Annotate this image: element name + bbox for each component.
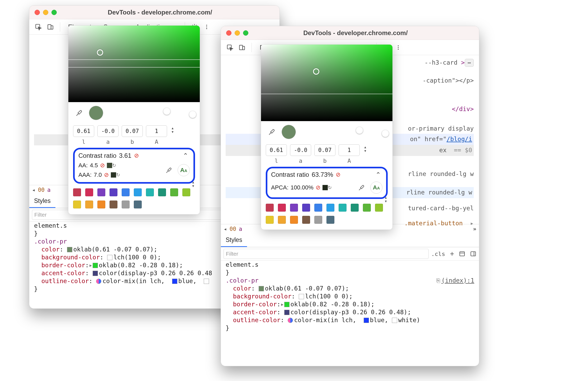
alpha-input[interactable]: 1 <box>339 144 360 156</box>
code-text: on" href=" <box>410 136 447 142</box>
a-input[interactable]: -0.0 <box>97 125 118 137</box>
a-input[interactable]: -0.0 <box>290 144 311 156</box>
palette-swatch[interactable] <box>314 204 322 212</box>
device-toggle-icon[interactable] <box>237 42 247 53</box>
palette-swatch[interactable] <box>110 201 117 208</box>
inspect-icon[interactable] <box>225 42 235 53</box>
format-stepper[interactable]: ▲▼ <box>363 144 368 154</box>
more-tabs-icon[interactable]: » <box>473 226 476 232</box>
palette-swatch[interactable] <box>375 204 383 212</box>
palette-swatch[interactable] <box>363 204 371 212</box>
b-input[interactable]: 0.07 <box>122 125 143 137</box>
palette-swatch[interactable] <box>302 216 310 224</box>
svg-rect-15 <box>471 252 476 256</box>
svg-point-4 <box>206 25 207 26</box>
breadcrumb-item[interactable]: 00 <box>38 187 45 193</box>
palette-swatch[interactable] <box>146 188 154 196</box>
palette-swatch[interactable] <box>314 216 322 224</box>
maximize-window[interactable] <box>243 30 248 36</box>
kebab-menu-icon[interactable] <box>393 42 404 53</box>
css-declaration[interactable]: outline-color: color-mix(in lch, blue, w… <box>221 316 479 324</box>
tab-styles[interactable]: Styles <box>29 195 55 208</box>
spectrum[interactable] <box>68 26 200 102</box>
minimize-window[interactable] <box>235 30 240 36</box>
eyedropper-icon[interactable] <box>355 182 368 194</box>
filter-input[interactable]: Filter <box>224 249 429 259</box>
fail-icon: ⊘ <box>336 171 340 178</box>
breadcrumb-item[interactable]: a <box>47 187 51 193</box>
kebab-menu-icon[interactable] <box>201 22 212 32</box>
format-stepper[interactable]: ▲▼ <box>170 125 175 135</box>
css-declaration[interactable]: accent-color: color(display-p3 0.26 0.26… <box>221 308 479 316</box>
alpha-input[interactable]: 1 <box>146 125 167 137</box>
copy-icon[interactable]: ⎘ <box>437 277 440 284</box>
cls-toggle[interactable]: .cls <box>431 251 445 257</box>
palette-swatch[interactable] <box>85 188 93 196</box>
add-rule-icon[interactable]: + <box>450 250 454 258</box>
palette-swatch[interactable] <box>73 188 81 196</box>
palette-swatch[interactable] <box>182 188 190 196</box>
palette-swatch[interactable] <box>158 188 166 196</box>
palette-swatch[interactable] <box>326 216 334 224</box>
css-declaration[interactable]: color: oklab(0.61 -0.07 0.07); <box>221 284 479 292</box>
palette-swatch[interactable] <box>326 204 334 212</box>
minimize-window[interactable] <box>43 10 48 15</box>
palette-swatch[interactable] <box>290 216 298 224</box>
b-input[interactable]: 0.07 <box>314 144 335 156</box>
palette-swatch[interactable] <box>110 188 117 196</box>
titlebar: DevTools - developer.chrome.com/ <box>29 6 279 19</box>
swatch-fix-icon[interactable]: ↻ <box>107 163 116 168</box>
l-input[interactable]: 0.61 <box>266 144 287 156</box>
palette-swatch[interactable] <box>266 216 274 224</box>
close-window[interactable] <box>35 10 40 15</box>
contrast-value: 3.61 <box>119 152 131 159</box>
palette-swatch[interactable] <box>351 204 359 212</box>
aa-preview-button[interactable]: Aa <box>370 182 382 194</box>
palette-stepper[interactable]: ▲▼ <box>383 195 388 204</box>
maximize-window[interactable] <box>51 10 57 15</box>
palette-swatch[interactable] <box>97 201 105 208</box>
swatch-fix-icon[interactable]: ↻ <box>323 185 332 190</box>
tab-styles[interactable]: Styles <box>221 234 247 247</box>
href-link[interactable]: /blog/i <box>447 136 472 142</box>
aa-preview-button[interactable]: Aa <box>178 164 190 176</box>
palette-stepper[interactable]: ▲▼ <box>191 179 196 189</box>
eyedropper-icon[interactable] <box>163 164 175 176</box>
titlebar: DevTools - developer.chrome.com/ <box>221 26 479 40</box>
eyedropper-icon[interactable] <box>266 126 278 138</box>
palette-swatch[interactable] <box>85 201 93 208</box>
eyedropper-icon[interactable] <box>73 107 85 119</box>
svg-point-5 <box>206 26 207 27</box>
palette-swatch[interactable] <box>73 201 81 208</box>
palette-swatch[interactable] <box>134 188 142 196</box>
window-title: DevTools - developer.chrome.com/ <box>252 29 459 37</box>
palette-swatch[interactable] <box>266 204 274 212</box>
l-input[interactable]: 0.61 <box>73 125 94 137</box>
inspect-icon[interactable] <box>33 22 44 32</box>
palette-swatch[interactable] <box>170 188 178 196</box>
palette-swatch[interactable] <box>302 204 310 212</box>
palette-swatch[interactable] <box>278 204 286 212</box>
palette-swatch[interactable] <box>122 188 130 196</box>
css-declaration[interactable]: border-color:▸oklab(0.82 -0.28 0.18); <box>221 300 479 308</box>
sidebar-toggle-icon[interactable] <box>470 251 476 257</box>
palette <box>68 187 195 214</box>
collapse-icon[interactable]: ⌃ <box>181 152 190 159</box>
close-window[interactable] <box>226 30 231 36</box>
collapse-icon[interactable]: ⌃ <box>374 171 382 178</box>
palette <box>261 203 388 230</box>
device-toggle-icon[interactable] <box>45 22 56 32</box>
palette-swatch[interactable] <box>134 201 142 208</box>
palette-swatch[interactable] <box>339 204 347 212</box>
swatch-fix-icon[interactable]: ↻ <box>111 172 120 178</box>
breadcrumb-item[interactable]: a <box>239 226 242 232</box>
computed-panel-icon[interactable] <box>459 251 465 257</box>
palette-swatch[interactable] <box>290 204 298 212</box>
palette-swatch[interactable] <box>97 188 105 196</box>
css-declaration[interactable]: background-color: lch(100 0 0); <box>221 292 479 300</box>
source-link[interactable]: (index):1 <box>441 277 474 284</box>
palette-swatch[interactable] <box>122 201 130 208</box>
breadcrumb-item[interactable]: 00 <box>230 226 236 232</box>
palette-swatch[interactable] <box>278 216 286 224</box>
spectrum[interactable] <box>261 45 392 121</box>
